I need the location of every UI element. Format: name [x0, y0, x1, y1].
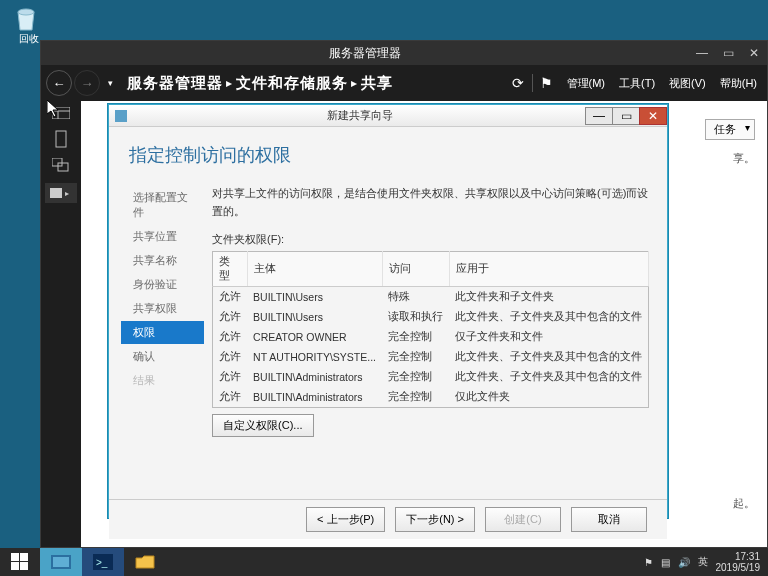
wizard-nav-item[interactable]: 共享位置: [127, 225, 204, 248]
wizard-create-button[interactable]: 创建(C): [485, 507, 561, 532]
nav-back-button[interactable]: ←: [46, 70, 72, 96]
tray-ime[interactable]: 英: [698, 555, 708, 569]
wizard-nav-item[interactable]: 确认: [127, 345, 204, 368]
wizard-nav-item: 结果: [127, 369, 204, 392]
taskbar-powershell[interactable]: >_: [82, 548, 124, 576]
sidebar-local-server-icon[interactable]: [50, 131, 72, 147]
close-button[interactable]: ✕: [741, 43, 767, 63]
customize-permissions-button[interactable]: 自定义权限(C)...: [212, 414, 313, 437]
svg-rect-4: [56, 131, 66, 147]
wizard-title: 新建共享向导: [133, 108, 586, 123]
nav-dropdown-button[interactable]: ▾: [102, 70, 118, 96]
sidebar-dashboard-icon[interactable]: [50, 105, 72, 121]
col-applied[interactable]: 应用于: [449, 252, 649, 287]
svg-rect-8: [115, 110, 127, 122]
minimize-button[interactable]: —: [689, 43, 715, 63]
wizard-content: 对共享上文件的访问权限，是结合使用文件夹权限、共享权限以及中心访问策略(可选)而…: [204, 177, 667, 499]
wizard-next-button[interactable]: 下一步(N) >: [395, 507, 475, 532]
wizard-nav: 选择配置文件共享位置共享名称身份验证共享权限权限确认结果: [109, 177, 204, 499]
table-row[interactable]: 允许BUILTIN\Administrators完全控制仅此文件夹: [213, 387, 649, 408]
tray-clock[interactable]: 17:31 2019/5/19: [716, 551, 761, 573]
wizard-prev-button[interactable]: < 上一步(P): [306, 507, 385, 532]
breadcrumb-root[interactable]: 服务器管理器: [127, 74, 223, 91]
toolbar-right: ⟳ ⚑ 管理(M) 工具(T) 视图(V) 帮助(H): [506, 71, 764, 95]
wizard-title-icon: [113, 108, 129, 124]
col-type[interactable]: 类型: [213, 252, 248, 287]
nav-forward-button[interactable]: →: [74, 70, 100, 96]
wizard-titlebar: 新建共享向导 — ▭ ✕: [109, 105, 667, 127]
wizard-description: 对共享上文件的访问权限，是结合使用文件夹权限、共享权限以及中心访问策略(可选)而…: [212, 185, 649, 220]
windows-logo-icon: [11, 553, 29, 571]
wizard-cancel-button[interactable]: 取消: [571, 507, 647, 532]
maximize-button[interactable]: ▭: [715, 43, 741, 63]
col-principal[interactable]: 主体: [247, 252, 382, 287]
server-manager-sidebar: ▸: [41, 101, 81, 547]
svg-rect-7: [50, 188, 62, 198]
wizard-nav-item[interactable]: 共享权限: [127, 297, 204, 320]
svg-rect-9: [11, 553, 19, 561]
sidebar-file-services-icon[interactable]: ▸: [45, 183, 77, 203]
wizard-footer: < 上一步(P) 下一步(N) > 创建(C) 取消: [109, 499, 667, 539]
tray-time: 17:31: [716, 551, 761, 562]
wizard-maximize-button[interactable]: ▭: [612, 107, 640, 125]
breadcrumb: 服务器管理器▸文件和存储服务▸共享: [127, 74, 393, 93]
menu-tools[interactable]: 工具(T): [613, 72, 661, 95]
sidebar-all-servers-icon[interactable]: [50, 157, 72, 173]
start-button[interactable]: [0, 548, 40, 576]
content-hint-bottom: 起。: [733, 496, 755, 511]
table-row[interactable]: 允许NT AUTHORITY\SYSTE...完全控制此文件夹、子文件夹及其中包…: [213, 347, 649, 367]
svg-rect-10: [20, 553, 28, 561]
table-row[interactable]: 允许BUILTIN\Administrators完全控制此文件夹、子文件夹及其中…: [213, 367, 649, 387]
menu-manage[interactable]: 管理(M): [561, 72, 612, 95]
wizard-nav-item[interactable]: 权限: [121, 321, 204, 344]
recycle-bin-icon: [10, 2, 42, 34]
taskbar: >_ ⚑ ▤ 🔊 英 17:31 2019/5/19: [0, 548, 768, 576]
svg-text:>_: >_: [96, 557, 108, 568]
breadcrumb-l2[interactable]: 文件和存储服务: [236, 74, 348, 91]
svg-point-0: [18, 9, 34, 15]
svg-rect-11: [11, 562, 19, 570]
wizard-nav-item[interactable]: 共享名称: [127, 249, 204, 272]
svg-rect-14: [53, 557, 69, 567]
system-tray: ⚑ ▤ 🔊 英 17:31 2019/5/19: [636, 548, 769, 576]
tray-flag-icon[interactable]: ⚑: [644, 557, 653, 568]
wizard-heading: 指定控制访问的权限: [109, 127, 667, 177]
new-share-wizard: 新建共享向导 — ▭ ✕ 指定控制访问的权限 选择配置文件共享位置共享名称身份验…: [108, 104, 668, 518]
flag-icon[interactable]: ⚑: [535, 71, 559, 95]
tray-sound-icon[interactable]: 🔊: [678, 557, 690, 568]
permissions-table: 类型 主体 访问 应用于 允许BUILTIN\Users特殊此文件夹和子文件夹允…: [212, 251, 649, 408]
table-row[interactable]: 允许BUILTIN\Users读取和执行此文件夹、子文件夹及其中包含的文件: [213, 307, 649, 327]
table-row[interactable]: 允许BUILTIN\Users特殊此文件夹和子文件夹: [213, 287, 649, 308]
menu-view[interactable]: 视图(V): [663, 72, 712, 95]
taskbar-server-manager[interactable]: [40, 548, 82, 576]
svg-rect-1: [52, 107, 70, 119]
server-manager-titlebar: 服务器管理器 — ▭ ✕: [41, 41, 767, 65]
breadcrumb-l3[interactable]: 共享: [361, 74, 393, 91]
wizard-minimize-button[interactable]: —: [585, 107, 613, 125]
wizard-close-button[interactable]: ✕: [639, 107, 667, 125]
wizard-nav-item[interactable]: 身份验证: [127, 273, 204, 296]
folder-permissions-label: 文件夹权限(F):: [212, 232, 649, 247]
refresh-icon[interactable]: ⟳: [506, 71, 530, 95]
content-hint-top: 享。: [733, 151, 755, 166]
server-manager-title: 服务器管理器: [41, 45, 689, 62]
taskbar-explorer[interactable]: [124, 548, 166, 576]
menu-help[interactable]: 帮助(H): [714, 72, 763, 95]
tasks-dropdown[interactable]: 任务: [705, 119, 755, 140]
wizard-nav-item[interactable]: 选择配置文件: [127, 186, 204, 224]
svg-rect-12: [20, 562, 28, 570]
svg-rect-5: [52, 158, 62, 166]
table-row[interactable]: 允许CREATOR OWNER完全控制仅子文件夹和文件: [213, 327, 649, 347]
server-manager-toolbar: ← → ▾ 服务器管理器▸文件和存储服务▸共享 ⟳ ⚑ 管理(M) 工具(T) …: [41, 65, 767, 101]
tray-network-icon[interactable]: ▤: [661, 557, 670, 568]
tray-date: 2019/5/19: [716, 562, 761, 573]
svg-rect-6: [58, 163, 68, 171]
col-access[interactable]: 访问: [382, 252, 449, 287]
